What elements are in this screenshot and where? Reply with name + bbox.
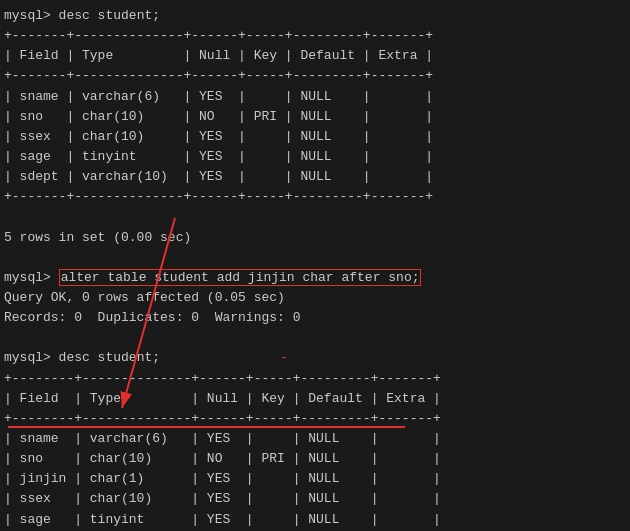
second-desc-section: mysql> desc student;- +--------+--------… — [4, 348, 626, 531]
second-desc-command: mysql> desc student;- — [4, 348, 626, 368]
table-border-mid-2: +--------+--------------+------+-----+--… — [4, 409, 626, 429]
query-ok-line: Query OK, 0 rows affected (0.05 sec) — [4, 288, 626, 308]
rowcount-1: 5 rows in set (0.00 sec) — [4, 228, 626, 248]
rowcount-1 — [4, 207, 626, 227]
first-desc-section: mysql> desc student; +-------+----------… — [4, 6, 626, 248]
records-line: Records: 0 Duplicates: 0 Warnings: 0 — [4, 308, 626, 328]
table-header-2: | Field | Type | Null | Key | Default | … — [4, 389, 626, 409]
table-row: | sage | tinyint | YES | | NULL | | — [4, 510, 626, 530]
alter-section: mysql> alter table student add jinjin ch… — [4, 268, 626, 328]
alter-command-highlight: alter table student add jinjin char afte… — [59, 269, 422, 286]
table-border-bot-1: +-------+--------------+------+-----+---… — [4, 187, 626, 207]
table-border-mid-1: +-------+--------------+------+-----+---… — [4, 66, 626, 86]
table-row: | sage | tinyint | YES | | NULL | | — [4, 147, 626, 167]
note-dash: - — [280, 350, 288, 365]
table-row-sno: | sno | char(10) | NO | PRI | NULL | | — [4, 449, 626, 469]
table-border-top-1: +-------+--------------+------+-----+---… — [4, 26, 626, 46]
alter-command-line: mysql> alter table student add jinjin ch… — [4, 268, 626, 288]
table-row: | sname | varchar(6) | YES | | NULL | | — [4, 429, 626, 449]
table-row: | sname | varchar(6) | YES | | NULL | | — [4, 87, 626, 107]
table-row: | sno | char(10) | NO | PRI | NULL | | — [4, 107, 626, 127]
table-row-jinjin: | jinjin | char(1) | YES | | NULL | | — [4, 469, 626, 489]
table-border-top-2: +--------+--------------+------+-----+--… — [4, 369, 626, 389]
terminal-window: mysql> desc student; +-------+----------… — [0, 0, 630, 531]
table-row: | ssex | char(10) | YES | | NULL | | — [4, 489, 626, 509]
table-header-1: | Field | Type | Null | Key | Default | … — [4, 46, 626, 66]
table-row: | sdept | varchar(10) | YES | | NULL | | — [4, 167, 626, 187]
table-row: | ssex | char(10) | YES | | NULL | | — [4, 127, 626, 147]
blank-line-2 — [4, 328, 626, 348]
blank-line — [4, 248, 626, 268]
first-desc-command: mysql> desc student; — [4, 6, 626, 26]
